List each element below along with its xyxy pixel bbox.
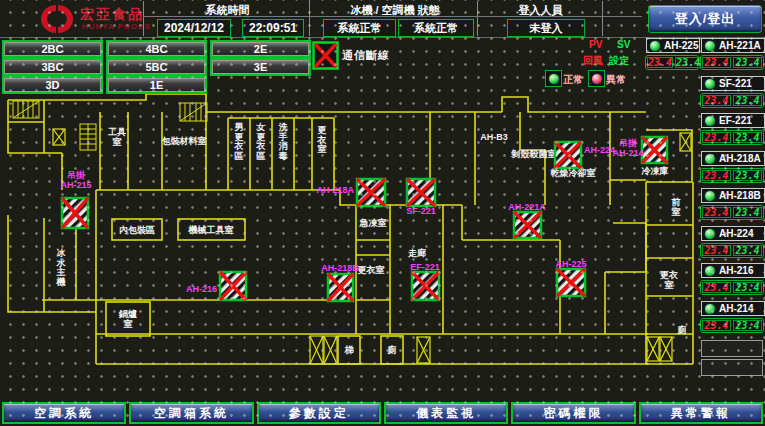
nav-button-密碼權限[interactable]: 密碼權限 bbox=[511, 402, 635, 424]
hmi-screen: 工具室包裝材料室AH-B3剝殼殺菌室乾燥冷卻室冷凍庫急凍室更衣室走廊內包裝區機械… bbox=[0, 0, 765, 426]
unit-marker-label: AH-218B bbox=[321, 263, 359, 273]
shaft-x-box bbox=[417, 337, 430, 363]
nav-button-儀表監視[interactable]: 儀表監視 bbox=[384, 402, 508, 424]
unit-status-led bbox=[649, 40, 661, 52]
unit-status-led bbox=[704, 153, 716, 165]
room-label: 更衣室 bbox=[358, 265, 385, 275]
login-status: 未登入 bbox=[507, 19, 585, 37]
unit-item-ah-218a[interactable]: AH-218A bbox=[701, 151, 765, 166]
unit-item-ef-221[interactable]: EF-221 bbox=[701, 113, 765, 128]
unit-name-label: AH-225 bbox=[664, 40, 698, 51]
room-label: 急凍室 bbox=[359, 218, 387, 228]
unit-marker-ah-214[interactable]: 吊掛AH-214 bbox=[612, 137, 667, 163]
floor-button-3e[interactable]: 3E bbox=[210, 58, 311, 76]
unit-name-label: AH-218A bbox=[719, 153, 761, 164]
unit-name-label: EF-221 bbox=[719, 115, 752, 126]
unit-item-ah-221a[interactable]: AH-221A bbox=[701, 38, 765, 53]
room-label: 冷凍庫 bbox=[642, 165, 669, 176]
machine-status-label: 冰機 / 空調機 狀態 bbox=[315, 3, 475, 18]
ahu-status: 系統正常 bbox=[398, 19, 474, 37]
return-air-label: 回風 bbox=[583, 54, 603, 68]
unit-marker-label: SF-221 bbox=[406, 206, 436, 216]
unit-marker-label: EF-221 bbox=[410, 262, 440, 272]
unit-status-led bbox=[704, 115, 716, 127]
unit-marker-ah-216[interactable]: AH-216 bbox=[186, 272, 246, 300]
unit-marker-ah-224[interactable]: AH-224 bbox=[555, 142, 615, 168]
setpoint-label: 設定 bbox=[609, 54, 629, 68]
shaft-x-boxes bbox=[53, 129, 691, 364]
nav-button-空調箱系統[interactable]: 空調箱系統 bbox=[129, 402, 253, 424]
unit-marker-ef-221[interactable]: EF-221 bbox=[410, 262, 440, 300]
floor-button-1e[interactable]: 1E bbox=[106, 76, 207, 94]
shaft-x-box bbox=[647, 337, 659, 361]
login-logout-button[interactable]: 登入/登出 bbox=[648, 5, 762, 33]
room-label: 更衣室 bbox=[317, 125, 327, 154]
unit-name-label: AH-224 bbox=[719, 228, 753, 239]
unit-item-ah-224[interactable]: AH-224 bbox=[701, 226, 765, 241]
unit-status-led bbox=[704, 228, 716, 240]
room-label: 內包裝區 bbox=[119, 225, 155, 235]
unit-marker-label: AH-221A bbox=[508, 202, 546, 212]
room-label: 包裝材料室 bbox=[161, 136, 207, 146]
unit-marker-ah-221a[interactable]: AH-221A bbox=[508, 202, 546, 238]
unit-item-ah-218b[interactable]: AH-218B bbox=[701, 188, 765, 203]
room-label: 洗手消毒 bbox=[278, 122, 289, 161]
room-label: 更衣室 bbox=[660, 270, 678, 290]
comm-loss-label: 通信斷線 bbox=[342, 48, 390, 63]
room-label: AH-B3 bbox=[480, 132, 508, 142]
nav-button-空調系統[interactable]: 空調系統 bbox=[2, 402, 126, 424]
unit-name-label: AH-214 bbox=[719, 303, 753, 314]
unit-marker-sf-221[interactable]: SF-221 bbox=[406, 179, 436, 216]
unit-item-ah-214[interactable]: AH-214 bbox=[701, 301, 765, 316]
unit-marker-ah-218a[interactable]: AH-218A bbox=[316, 179, 385, 206]
unit-name-label: AH-221A bbox=[719, 40, 761, 51]
abnormal-label: 異常 bbox=[606, 73, 626, 87]
stairs-icon bbox=[180, 103, 207, 121]
top-bar: 宏亞食品 HUNYA FOODS 系統時間 2024/12/12 22:09:5… bbox=[0, 0, 765, 38]
floor-button-2bc[interactable]: 2BC bbox=[2, 40, 103, 58]
unit-status-led bbox=[704, 78, 716, 90]
unit-marker-ah-225[interactable]: AH-225 bbox=[555, 259, 586, 296]
unit-item-ah-216[interactable]: AH-216 bbox=[701, 263, 765, 278]
unit-marker-label: 吊掛AH-214 bbox=[612, 138, 643, 158]
unit-item-sf-221[interactable]: SF-221 bbox=[701, 76, 765, 91]
room-label: 廁 bbox=[677, 325, 687, 335]
room-label: 男更衣區 bbox=[234, 122, 244, 161]
room-label: 廁 bbox=[387, 345, 397, 355]
room-label: 工具室 bbox=[108, 127, 126, 147]
floor-button-3bc[interactable]: 3BC bbox=[2, 58, 103, 76]
room-label: 鍋爐室 bbox=[118, 309, 137, 329]
company-logo-icon bbox=[34, 2, 80, 36]
pv-label: PV bbox=[589, 39, 602, 50]
floor-button-2e[interactable]: 2E bbox=[210, 40, 311, 58]
unit-marker-ah-215[interactable]: 吊掛AH-215 bbox=[60, 170, 91, 228]
room-label: 冰水主機 bbox=[56, 248, 67, 287]
shaft-x-box bbox=[53, 129, 65, 145]
room-label: 前室 bbox=[671, 197, 681, 217]
nav-button-異常警報[interactable]: 異常警報 bbox=[639, 402, 763, 424]
stairs-icon bbox=[80, 124, 96, 150]
unit-status-led bbox=[704, 40, 716, 52]
unit-item-ah-225[interactable]: AH-225 bbox=[646, 38, 700, 53]
shaft-x-box bbox=[310, 336, 323, 364]
shaft-x-box bbox=[680, 133, 691, 151]
floor-button-4bc[interactable]: 4BC bbox=[106, 40, 207, 58]
chiller-status: 系統正常 bbox=[323, 19, 396, 37]
unit-status-led bbox=[704, 303, 716, 315]
system-time-label: 系統時間 bbox=[150, 3, 305, 18]
floor-button-3d[interactable]: 3D bbox=[2, 76, 103, 94]
unit-marker-label: AH-218A bbox=[316, 185, 354, 195]
sv-label: SV bbox=[617, 39, 630, 50]
abnormal-led bbox=[588, 70, 605, 87]
unit-name-label: AH-218B bbox=[719, 190, 761, 201]
system-date: 2024/12/12 bbox=[157, 19, 231, 37]
shaft-x-box bbox=[324, 336, 337, 364]
room-label: 剝殼殺菌室 bbox=[511, 149, 557, 159]
unit-marker-ah-218b[interactable]: AH-218B bbox=[321, 263, 359, 301]
shaft-x-box bbox=[660, 337, 672, 361]
floor-button-5bc[interactable]: 5BC bbox=[106, 58, 207, 76]
room-label: 機械工具室 bbox=[188, 225, 234, 235]
room-label: 女更衣區 bbox=[256, 122, 266, 161]
nav-button-參數設定[interactable]: 參數設定 bbox=[257, 402, 381, 424]
comm-loss-icon bbox=[312, 41, 339, 70]
